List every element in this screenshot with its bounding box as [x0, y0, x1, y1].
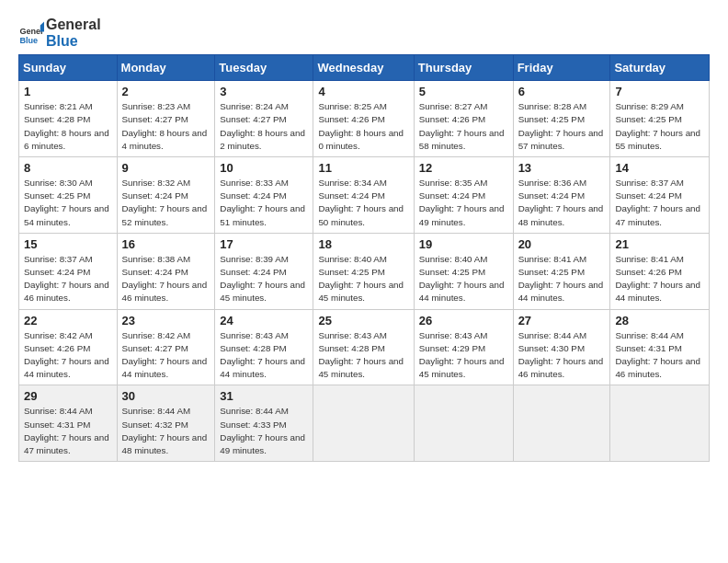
- day-info: Sunrise: 8:42 AM Sunset: 4:26 PM Dayligh…: [24, 329, 112, 382]
- day-info: Sunrise: 8:44 AM Sunset: 4:31 PM Dayligh…: [615, 329, 704, 382]
- calendar-cell: 31 Sunrise: 8:44 AM Sunset: 4:33 PM Dayl…: [215, 385, 313, 462]
- calendar-cell: 2 Sunrise: 8:23 AM Sunset: 4:27 PM Dayli…: [117, 81, 215, 157]
- day-header-monday: Monday: [117, 55, 215, 81]
- svg-marker-2: [40, 21, 44, 31]
- day-number: 29: [24, 389, 112, 403]
- calendar-cell: 14 Sunrise: 8:37 AM Sunset: 4:24 PM Dayl…: [610, 157, 710, 234]
- day-info: Sunrise: 8:28 AM Sunset: 4:25 PM Dayligh…: [518, 100, 606, 153]
- calendar-cell: [513, 385, 610, 462]
- calendar-cell: 15 Sunrise: 8:37 AM Sunset: 4:24 PM Dayl…: [19, 233, 118, 309]
- calendar-cell: 1 Sunrise: 8:21 AM Sunset: 4:28 PM Dayli…: [19, 81, 118, 157]
- day-number: 25: [318, 314, 408, 327]
- calendar-cell: 8 Sunrise: 8:30 AM Sunset: 4:25 PM Dayli…: [19, 157, 118, 234]
- day-number: 3: [220, 85, 308, 98]
- day-number: 17: [220, 237, 308, 251]
- calendar-table: SundayMondayTuesdayWednesdayThursdayFrid…: [18, 54, 710, 462]
- day-number: 11: [318, 161, 408, 175]
- week-row-1: 1 Sunrise: 8:21 AM Sunset: 4:28 PM Dayli…: [19, 81, 710, 157]
- calendar-cell: 27 Sunrise: 8:44 AM Sunset: 4:30 PM Dayl…: [513, 309, 610, 385]
- day-header-sunday: Sunday: [19, 55, 118, 81]
- calendar-cell: [313, 385, 414, 462]
- day-number: 21: [615, 237, 704, 251]
- day-info: Sunrise: 8:43 AM Sunset: 4:28 PM Dayligh…: [318, 329, 408, 382]
- day-info: Sunrise: 8:37 AM Sunset: 4:24 PM Dayligh…: [24, 253, 112, 305]
- day-info: Sunrise: 8:44 AM Sunset: 4:33 PM Dayligh…: [220, 405, 308, 457]
- calendar-cell: 29 Sunrise: 8:44 AM Sunset: 4:31 PM Dayl…: [19, 385, 118, 462]
- calendar-cell: 11 Sunrise: 8:34 AM Sunset: 4:24 PM Dayl…: [313, 157, 414, 234]
- day-header-tuesday: Tuesday: [215, 55, 313, 81]
- calendar-cell: [414, 385, 513, 462]
- day-number: 30: [122, 389, 210, 403]
- day-number: 31: [220, 389, 308, 403]
- day-info: Sunrise: 8:40 AM Sunset: 4:25 PM Dayligh…: [419, 253, 508, 305]
- calendar-cell: 9 Sunrise: 8:32 AM Sunset: 4:24 PM Dayli…: [117, 157, 215, 234]
- day-number: 13: [518, 161, 606, 175]
- day-number: 23: [122, 314, 210, 327]
- calendar-cell: [610, 385, 710, 462]
- calendar-cell: 10 Sunrise: 8:33 AM Sunset: 4:24 PM Dayl…: [215, 157, 313, 234]
- day-number: 26: [419, 314, 508, 327]
- day-info: Sunrise: 8:24 AM Sunset: 4:27 PM Dayligh…: [220, 100, 308, 153]
- day-number: 14: [615, 161, 704, 175]
- calendar-cell: 20 Sunrise: 8:41 AM Sunset: 4:25 PM Dayl…: [513, 233, 610, 309]
- week-row-2: 8 Sunrise: 8:30 AM Sunset: 4:25 PM Dayli…: [19, 157, 710, 234]
- logo: General Blue General Blue: [18, 17, 101, 49]
- day-info: Sunrise: 8:43 AM Sunset: 4:29 PM Dayligh…: [419, 329, 508, 382]
- calendar-cell: 3 Sunrise: 8:24 AM Sunset: 4:27 PM Dayli…: [215, 81, 313, 157]
- calendar-cell: 6 Sunrise: 8:28 AM Sunset: 4:25 PM Dayli…: [513, 81, 610, 157]
- calendar-cell: 19 Sunrise: 8:40 AM Sunset: 4:25 PM Dayl…: [414, 233, 513, 309]
- day-info: Sunrise: 8:36 AM Sunset: 4:24 PM Dayligh…: [518, 177, 606, 229]
- calendar-cell: 28 Sunrise: 8:44 AM Sunset: 4:31 PM Dayl…: [610, 309, 710, 385]
- day-number: 5: [419, 85, 508, 98]
- calendar-cell: 5 Sunrise: 8:27 AM Sunset: 4:26 PM Dayli…: [414, 81, 513, 157]
- day-info: Sunrise: 8:33 AM Sunset: 4:24 PM Dayligh…: [220, 177, 308, 229]
- day-info: Sunrise: 8:37 AM Sunset: 4:24 PM Dayligh…: [615, 177, 704, 229]
- day-number: 2: [122, 85, 210, 98]
- day-header-friday: Friday: [513, 55, 610, 81]
- day-info: Sunrise: 8:21 AM Sunset: 4:28 PM Dayligh…: [24, 100, 112, 153]
- day-info: Sunrise: 8:27 AM Sunset: 4:26 PM Dayligh…: [419, 100, 508, 153]
- week-row-4: 22 Sunrise: 8:42 AM Sunset: 4:26 PM Dayl…: [19, 309, 710, 385]
- day-number: 24: [220, 314, 308, 327]
- day-number: 12: [419, 161, 508, 175]
- svg-text:Blue: Blue: [19, 35, 38, 44]
- day-number: 8: [24, 161, 112, 175]
- day-info: Sunrise: 8:42 AM Sunset: 4:27 PM Dayligh…: [122, 329, 210, 382]
- day-info: Sunrise: 8:44 AM Sunset: 4:30 PM Dayligh…: [518, 329, 606, 382]
- day-info: Sunrise: 8:39 AM Sunset: 4:24 PM Dayligh…: [220, 253, 308, 305]
- day-info: Sunrise: 8:35 AM Sunset: 4:24 PM Dayligh…: [419, 177, 508, 229]
- day-number: 20: [518, 237, 606, 251]
- calendar-cell: 13 Sunrise: 8:36 AM Sunset: 4:24 PM Dayl…: [513, 157, 610, 234]
- day-number: 19: [419, 237, 508, 251]
- calendar-cell: 4 Sunrise: 8:25 AM Sunset: 4:26 PM Dayli…: [313, 81, 414, 157]
- day-number: 10: [220, 161, 308, 175]
- calendar-header-row: SundayMondayTuesdayWednesdayThursdayFrid…: [19, 55, 710, 81]
- calendar-cell: 26 Sunrise: 8:43 AM Sunset: 4:29 PM Dayl…: [414, 309, 513, 385]
- day-info: Sunrise: 8:29 AM Sunset: 4:25 PM Dayligh…: [615, 100, 704, 153]
- day-info: Sunrise: 8:40 AM Sunset: 4:25 PM Dayligh…: [318, 253, 408, 305]
- page: General Blue General Blue SundayMondayTu…: [0, 0, 728, 563]
- day-number: 16: [122, 237, 210, 251]
- day-number: 15: [24, 237, 112, 251]
- day-number: 22: [24, 314, 112, 327]
- day-info: Sunrise: 8:23 AM Sunset: 4:27 PM Dayligh…: [122, 100, 210, 153]
- calendar-cell: 12 Sunrise: 8:35 AM Sunset: 4:24 PM Dayl…: [414, 157, 513, 234]
- calendar-cell: 22 Sunrise: 8:42 AM Sunset: 4:26 PM Dayl…: [19, 309, 118, 385]
- calendar-cell: 18 Sunrise: 8:40 AM Sunset: 4:25 PM Dayl…: [313, 233, 414, 309]
- day-header-saturday: Saturday: [610, 55, 710, 81]
- calendar-cell: 7 Sunrise: 8:29 AM Sunset: 4:25 PM Dayli…: [610, 81, 710, 157]
- calendar-cell: 16 Sunrise: 8:38 AM Sunset: 4:24 PM Dayl…: [117, 233, 215, 309]
- logo-blue: Blue: [46, 33, 78, 49]
- header: General Blue General Blue: [18, 17, 710, 49]
- logo-text: General Blue: [46, 17, 101, 49]
- day-number: 27: [518, 314, 606, 327]
- day-info: Sunrise: 8:30 AM Sunset: 4:25 PM Dayligh…: [24, 177, 112, 229]
- day-info: Sunrise: 8:41 AM Sunset: 4:25 PM Dayligh…: [518, 253, 606, 305]
- day-info: Sunrise: 8:43 AM Sunset: 4:28 PM Dayligh…: [220, 329, 308, 382]
- day-info: Sunrise: 8:32 AM Sunset: 4:24 PM Dayligh…: [122, 177, 210, 229]
- day-number: 1: [24, 85, 112, 98]
- day-info: Sunrise: 8:41 AM Sunset: 4:26 PM Dayligh…: [615, 253, 704, 305]
- day-info: Sunrise: 8:44 AM Sunset: 4:31 PM Dayligh…: [24, 405, 112, 457]
- day-info: Sunrise: 8:34 AM Sunset: 4:24 PM Dayligh…: [318, 177, 408, 229]
- calendar-cell: 30 Sunrise: 8:44 AM Sunset: 4:32 PM Dayl…: [117, 385, 215, 462]
